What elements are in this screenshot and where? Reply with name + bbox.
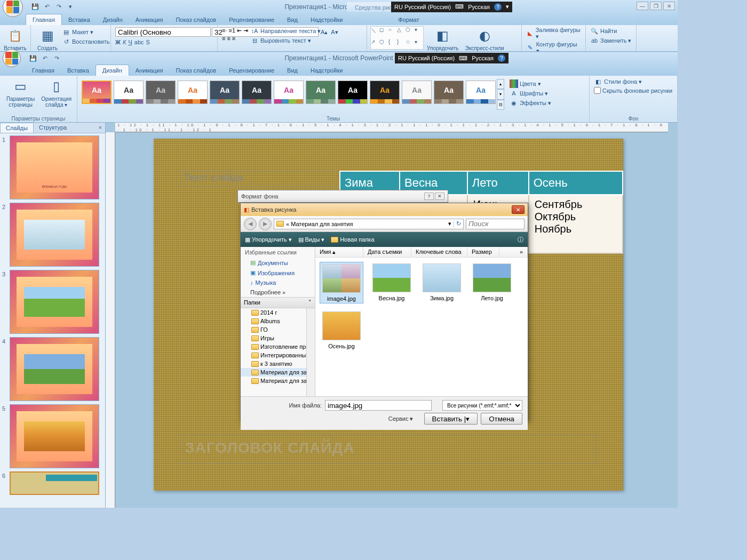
inner-tab-design[interactable]: Дизайн bbox=[96, 65, 129, 76]
inner-language-bar[interactable]: RU Русский (Россия) ⌨ Русская ? bbox=[395, 53, 508, 63]
path-dropdown-icon[interactable]: ▾ bbox=[448, 220, 451, 227]
orientation-button[interactable]: ▯Ориентация слайда ▾ bbox=[38, 77, 75, 109]
table-header[interactable]: Лето bbox=[467, 171, 529, 195]
tree-scrollbar[interactable] bbox=[306, 308, 315, 396]
font-name-input[interactable] bbox=[115, 27, 211, 37]
inner-office-button[interactable] bbox=[3, 49, 21, 67]
theme-item[interactable]: Aa bbox=[466, 81, 496, 104]
align-right-icon[interactable]: ≡ bbox=[232, 35, 235, 42]
filename-input[interactable] bbox=[325, 400, 432, 411]
new-slide-button[interactable]: ▦Создать bbox=[34, 26, 61, 52]
inner-tab-review[interactable]: Рецензирование bbox=[222, 65, 281, 76]
file-item[interactable]: Осень.jpg bbox=[320, 310, 363, 350]
path-box[interactable]: « Материал для занятия ▾ ↻ bbox=[274, 219, 464, 229]
hide-bg-checkbox[interactable]: Скрыть фоновые рисунки bbox=[593, 86, 674, 94]
service-button[interactable]: Сервис ▾ bbox=[388, 415, 414, 422]
inner-tab-slideshow[interactable]: Показ слайдов bbox=[169, 65, 222, 76]
inner-undo-icon[interactable]: ↶ bbox=[39, 53, 50, 63]
organize-button[interactable]: ▦Упорядочить ▾ bbox=[245, 236, 292, 243]
text-direction-button[interactable]: ↕AНаправление текста ▾ bbox=[249, 26, 322, 36]
tree-item[interactable]: Изготовление пре bbox=[241, 342, 315, 351]
table-header[interactable]: Осень bbox=[529, 171, 623, 195]
tree-item[interactable]: 2014 г bbox=[241, 308, 315, 317]
underline-icon[interactable]: Ч bbox=[128, 39, 132, 45]
bold-icon[interactable]: Ж bbox=[115, 39, 121, 45]
col-keywords[interactable]: Ключевые слова bbox=[411, 247, 467, 257]
theme-fonts-button[interactable]: AШрифты ▾ bbox=[508, 89, 552, 98]
tree-item[interactable]: Интегрированные bbox=[241, 351, 315, 359]
tab-design[interactable]: Дизайн bbox=[97, 14, 129, 25]
layout-button[interactable]: ▤Макет ▾ bbox=[61, 27, 110, 37]
quick-styles-button[interactable]: ◐Экспресс-стили bbox=[462, 26, 507, 52]
text-placeholder[interactable]: Текст слайда bbox=[180, 171, 340, 187]
inner-tab-addins[interactable]: Надстройки bbox=[304, 65, 349, 76]
bullets-icon[interactable]: ≡· bbox=[222, 27, 227, 34]
gallery-more-icon[interactable]: ⊟ bbox=[497, 100, 504, 110]
fav-music[interactable]: ♪Музыка bbox=[241, 278, 315, 287]
cancel-button[interactable]: Отмена bbox=[481, 413, 522, 425]
file-dialog-titlebar[interactable]: ◧ Вставка рисунка ✕ bbox=[241, 203, 528, 216]
tree-item[interactable]: Материал для зан bbox=[241, 368, 315, 377]
save-icon[interactable]: 💾 bbox=[30, 2, 41, 12]
tree-item[interactable]: к 3 занятию bbox=[241, 359, 315, 368]
inner-tab-animation[interactable]: Анимация bbox=[129, 65, 170, 76]
tab-animation[interactable]: Анимация bbox=[129, 14, 170, 25]
title-placeholder[interactable]: ЗАГОЛОВОК СЛАЙДА bbox=[180, 435, 597, 464]
new-folder-button[interactable]: Новая папка bbox=[331, 236, 374, 243]
dialog-close-icon[interactable]: ✕ bbox=[435, 193, 444, 200]
gallery-down-icon[interactable]: ▾ bbox=[497, 89, 504, 99]
shape-fill-button[interactable]: ◣Заливка фигуры ▾ bbox=[525, 26, 582, 41]
theme-item[interactable]: Aa bbox=[210, 81, 240, 104]
slide-thumb[interactable] bbox=[10, 203, 99, 267]
col-date[interactable]: Дата съемки bbox=[363, 247, 411, 257]
slide-thumb[interactable] bbox=[10, 404, 99, 468]
theme-item[interactable]: Aa bbox=[146, 81, 176, 104]
shape-outline-button[interactable]: ✎Контур фигуры ▾ bbox=[525, 41, 582, 52]
arrange-button[interactable]: ◧Упорядочить bbox=[424, 26, 462, 52]
theme-item[interactable]: Aa bbox=[370, 81, 400, 104]
tab-review[interactable]: Рецензирование bbox=[222, 14, 281, 25]
col-size[interactable]: Размер bbox=[467, 247, 499, 257]
align-center-icon[interactable]: ≡ bbox=[227, 35, 230, 42]
theme-item[interactable]: Aa bbox=[306, 81, 336, 104]
file-item[interactable]: Зима.jpg bbox=[420, 262, 464, 303]
help-icon[interactable]: ? bbox=[494, 3, 502, 11]
outline-tab[interactable]: Структура bbox=[34, 123, 72, 133]
redo-icon[interactable]: ↷ bbox=[53, 2, 64, 12]
qat-dropdown-icon[interactable]: ▾ bbox=[65, 2, 76, 12]
insert-button[interactable]: Вставить |▾ bbox=[424, 413, 478, 425]
italic-icon[interactable]: К bbox=[123, 39, 126, 45]
tab-insert[interactable]: Вставка bbox=[62, 14, 97, 25]
format-background-dialog[interactable]: Формат фона ? ✕ bbox=[237, 190, 448, 203]
theme-item[interactable]: Aa bbox=[242, 81, 272, 104]
theme-item[interactable]: Aa bbox=[178, 81, 208, 104]
folders-header[interactable]: Папки˅ bbox=[241, 297, 315, 308]
fav-more[interactable]: Подробнее » bbox=[241, 287, 315, 297]
theme-effects-button[interactable]: ◉Эффекты ▾ bbox=[508, 98, 552, 108]
file-item[interactable]: Весна.jpg bbox=[370, 262, 414, 303]
tab-home[interactable]: Главная bbox=[26, 14, 62, 25]
fav-pictures[interactable]: ▣Изображения bbox=[241, 268, 315, 278]
min-icon[interactable]: ▾ bbox=[506, 3, 509, 10]
tab-format[interactable]: Формат bbox=[392, 14, 425, 25]
background-styles-button[interactable]: ◧Стили фона ▾ bbox=[593, 77, 674, 86]
tree-item[interactable]: Материал для зан bbox=[241, 377, 315, 385]
theme-item[interactable]: Aa bbox=[338, 81, 368, 104]
inner-save-icon[interactable]: 💾 bbox=[28, 53, 38, 63]
indent-decrease-icon[interactable]: ⇤ bbox=[237, 27, 242, 34]
indent-increase-icon[interactable]: ⇥ bbox=[243, 27, 248, 34]
page-setup-button[interactable]: ▭Параметры страницы bbox=[3, 77, 38, 109]
help-icon[interactable]: ? bbox=[498, 54, 505, 62]
align-text-button[interactable]: ⊟Выровнять текст ▾ bbox=[249, 36, 322, 45]
slide-thumb[interactable] bbox=[10, 337, 99, 401]
minimize-button[interactable]: — bbox=[637, 2, 648, 10]
fav-documents[interactable]: ▤Документы bbox=[241, 258, 315, 268]
panel-close-icon[interactable]: × bbox=[96, 123, 105, 133]
views-button[interactable]: ▤Виды ▾ bbox=[298, 236, 325, 243]
tab-view[interactable]: Вид bbox=[281, 14, 304, 25]
theme-colors-button[interactable]: Цвета ▾ bbox=[508, 79, 552, 89]
toolbar-help-icon[interactable]: ⓘ bbox=[518, 236, 523, 244]
theme-item[interactable]: Aa bbox=[114, 81, 144, 104]
paste-button[interactable]: 📋Вставить bbox=[3, 26, 27, 52]
tree-item[interactable]: Albums bbox=[241, 317, 315, 325]
